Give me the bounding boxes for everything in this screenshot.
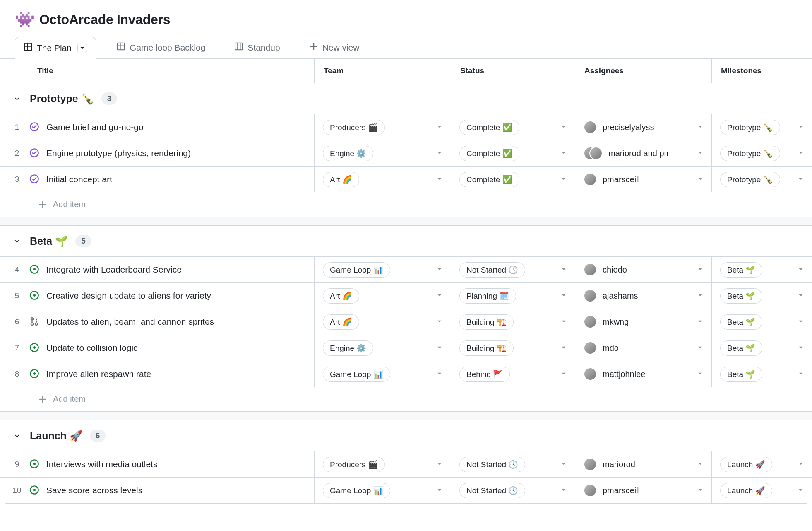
- group-count-badge: 3: [101, 92, 118, 105]
- row-number: 3: [12, 175, 22, 184]
- add-item-button[interactable]: Add item: [0, 192, 812, 217]
- caret-down-icon: [798, 124, 804, 131]
- assignee-names: chiedo: [603, 265, 627, 275]
- title-cell[interactable]: 10Save score across levels: [0, 478, 315, 503]
- assignees-cell[interactable]: mattjohnlee: [575, 361, 712, 387]
- table-icon: [24, 42, 33, 53]
- milestone-cell[interactable]: Beta 🌱: [712, 309, 812, 335]
- group-header[interactable]: Prototype 🍾3: [0, 83, 812, 114]
- milestone-cell[interactable]: Prototype 🍾: [712, 114, 812, 140]
- status-cell[interactable]: Building 🏗️: [451, 309, 575, 335]
- status-cell[interactable]: Complete ✅: [451, 167, 575, 192]
- milestone-cell[interactable]: Beta 🌱: [712, 283, 812, 309]
- assignees-cell[interactable]: ajashams: [575, 283, 712, 309]
- table-row[interactable]: 8Improve alien respawn rateGame Loop 📊Be…: [0, 361, 812, 387]
- caret-down-icon: [437, 461, 442, 468]
- team-chip: Engine ⚙️: [323, 340, 373, 356]
- status-cell[interactable]: Planning 🗓️: [451, 283, 575, 309]
- team-cell[interactable]: Engine ⚙️: [315, 335, 451, 361]
- table-row[interactable]: 9Interviews with media outletsProducers …: [0, 451, 812, 477]
- milestone-cell[interactable]: Beta 🌱: [712, 257, 812, 282]
- avatar: [584, 458, 597, 471]
- assignees-cell[interactable]: mariorod and pm: [575, 140, 712, 166]
- assignees-cell[interactable]: pmarsceill: [575, 167, 712, 192]
- status-cell[interactable]: Not Started 🕓: [451, 451, 575, 477]
- assignees-cell[interactable]: chiedo: [575, 257, 712, 282]
- title-cell[interactable]: 1Game brief and go-no-go: [0, 114, 315, 140]
- tab-menu-button[interactable]: [77, 43, 87, 53]
- issue-status-icon: [30, 122, 39, 133]
- column-header-title[interactable]: Title: [0, 59, 315, 83]
- column-header-team[interactable]: Team: [315, 59, 451, 83]
- status-cell[interactable]: Complete ✅: [451, 114, 575, 140]
- caret-down-icon: [798, 461, 804, 468]
- status-chip: Not Started 🕓: [459, 483, 525, 498]
- title-cell[interactable]: 8Improve alien respawn rate: [0, 361, 315, 387]
- group-header[interactable]: Beta 🌱5: [0, 226, 812, 256]
- team-cell[interactable]: Game Loop 📊: [315, 478, 451, 503]
- milestone-cell[interactable]: Launch 🚀: [712, 451, 812, 477]
- milestone-chip: Prototype 🍾: [720, 172, 780, 187]
- milestone-cell[interactable]: Beta 🌱: [712, 335, 812, 361]
- assignees-cell[interactable]: mkwng: [575, 309, 712, 335]
- title-cell[interactable]: 5Creative design update to aliens for va…: [0, 283, 315, 309]
- table-row[interactable]: 2Engine prototype (physics, rendering)En…: [0, 140, 812, 166]
- title-cell[interactable]: 9Interviews with media outlets: [0, 451, 315, 477]
- table-row[interactable]: 5Creative design update to aliens for va…: [0, 282, 812, 309]
- tab-the-plan[interactable]: The Plan: [15, 37, 96, 59]
- assignees-cell[interactable]: pmarsceill: [575, 478, 712, 503]
- table-row[interactable]: 7Update to collision logicEngine ⚙️Build…: [0, 335, 812, 361]
- team-cell[interactable]: Game Loop 📊: [315, 361, 451, 387]
- table-row[interactable]: 3Initial concept artArt 🌈Complete ✅pmars…: [0, 166, 812, 192]
- milestone-cell[interactable]: Prototype 🍾: [712, 140, 812, 166]
- group-header[interactable]: Launch 🚀6: [0, 420, 812, 451]
- new-view-button[interactable]: New view: [300, 36, 368, 58]
- status-chip: Behind 🚩: [459, 367, 510, 382]
- assignees-cell[interactable]: mdo: [575, 335, 712, 361]
- tab-game-loop-backlog[interactable]: Game loop Backlog: [108, 36, 214, 58]
- milestone-cell[interactable]: Launch 🚀: [712, 478, 812, 503]
- table-row[interactable]: 1Game brief and go-no-goProducers 🎬Compl…: [0, 114, 812, 140]
- team-cell[interactable]: Producers 🎬: [315, 451, 451, 477]
- column-header-milestones[interactable]: Milestones: [712, 59, 812, 83]
- table-row[interactable]: 6Updates to alien, beam, and cannon spri…: [0, 309, 812, 335]
- team-cell[interactable]: Producers 🎬: [315, 114, 451, 140]
- title-cell[interactable]: 7Update to collision logic: [0, 335, 315, 361]
- column-header-assignees[interactable]: Assignees: [575, 59, 712, 83]
- row-number: 4: [12, 265, 22, 274]
- caret-down-icon: [697, 292, 703, 299]
- add-item-button[interactable]: Add item: [0, 387, 812, 411]
- table-row[interactable]: 10Save score across levelsGame Loop 📊Not…: [0, 477, 812, 504]
- status-cell[interactable]: Complete ✅: [451, 140, 575, 166]
- team-cell[interactable]: Art 🌈: [315, 309, 451, 335]
- row-number: 5: [12, 291, 22, 300]
- tab-standup[interactable]: Standup: [226, 36, 288, 58]
- title-cell[interactable]: 6Updates to alien, beam, and cannon spri…: [0, 309, 315, 335]
- milestone-cell[interactable]: Prototype 🍾: [712, 167, 812, 192]
- column-header-status[interactable]: Status: [451, 59, 575, 83]
- status-cell[interactable]: Not Started 🕓: [451, 478, 575, 503]
- team-cell[interactable]: Engine ⚙️: [315, 140, 451, 166]
- team-chip: Art 🌈: [323, 172, 359, 187]
- caret-down-icon: [437, 266, 442, 273]
- caret-down-icon: [798, 319, 804, 326]
- avatar: [584, 173, 597, 186]
- status-cell[interactable]: Not Started 🕓: [451, 257, 575, 282]
- team-cell[interactable]: Art 🌈: [315, 283, 451, 309]
- assignees-cell[interactable]: mariorod: [575, 451, 712, 477]
- team-cell[interactable]: Game Loop 📊: [315, 257, 451, 282]
- caret-down-icon: [437, 176, 442, 183]
- add-item-label: Add item: [53, 394, 86, 404]
- caret-down-icon: [561, 150, 567, 157]
- title-cell[interactable]: 4Integrate with Leaderboard Service: [0, 257, 315, 282]
- status-cell[interactable]: Behind 🚩: [451, 361, 575, 387]
- caret-down-icon: [437, 345, 442, 352]
- title-cell[interactable]: 2Engine prototype (physics, rendering): [0, 140, 315, 166]
- assignees-cell[interactable]: preciselyalyss: [575, 114, 712, 140]
- assignee-names: preciselyalyss: [603, 123, 654, 132]
- status-cell[interactable]: Building 🏗️: [451, 335, 575, 361]
- milestone-cell[interactable]: Beta 🌱: [712, 361, 812, 387]
- title-cell[interactable]: 3Initial concept art: [0, 167, 315, 192]
- table-row[interactable]: 4Integrate with Leaderboard ServiceGame …: [0, 256, 812, 282]
- team-cell[interactable]: Art 🌈: [315, 167, 451, 192]
